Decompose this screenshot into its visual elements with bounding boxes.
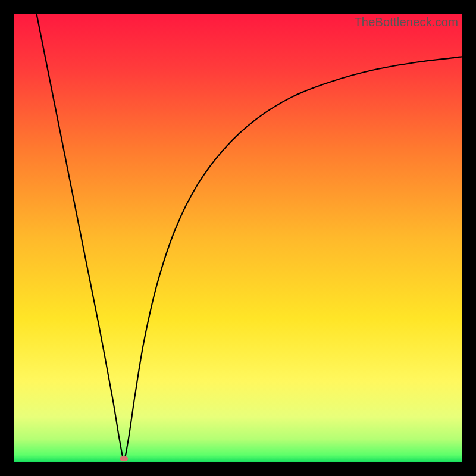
- watermark-text: TheBottleneck.com: [354, 15, 458, 29]
- chart-frame: TheBottleneck.com: [14, 14, 462, 462]
- minimum-marker: [120, 456, 128, 461]
- bottleneck-chart: [14, 14, 462, 462]
